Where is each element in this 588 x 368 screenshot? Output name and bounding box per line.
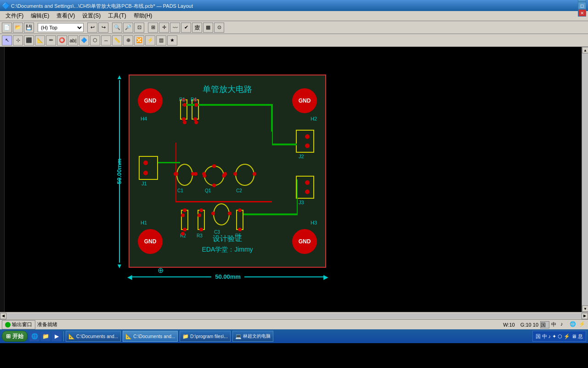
coord-display: W:10 G:10 10 [503, 322, 538, 328]
menu-file[interactable]: 文件(F) [2, 11, 27, 21]
save-button[interactable]: 💾 [24, 23, 34, 33]
c1-body [176, 164, 193, 186]
scroll-track-v[interactable] [582, 53, 588, 305]
menu-edit[interactable]: 编辑(E) [27, 11, 53, 21]
route-tool[interactable]: 📐 [35, 35, 45, 46]
output-window-button[interactable]: 输出窗口 [2, 320, 35, 329]
menu-tools[interactable]: 工具(T) [104, 11, 130, 21]
corner-label-h3: H3 [311, 220, 317, 225]
scroll-right-arrow[interactable]: ▶ [582, 313, 588, 319]
grid-button[interactable]: ⊞ [148, 23, 158, 33]
dim-line-v1 [119, 80, 120, 164]
node-r3-t [198, 213, 201, 217]
open-button[interactable]: 📂 [13, 23, 23, 33]
new-button[interactable]: 📄 [2, 23, 12, 33]
ruler-left [0, 47, 5, 312]
restore-button[interactable]: ◻ [578, 2, 586, 9]
folder-icon: 📁 [182, 334, 189, 339]
toolbar2: ↖ ⊹ ⬛ 📐 ✏ ⭕ ab| 🔷 ⬡ ↔ 📏 ⊕ 🔀 ⚡ ▥ ★ [0, 34, 588, 47]
r1-label: R1 [179, 97, 185, 102]
text-tool[interactable]: ab| [68, 35, 78, 46]
media-icon[interactable]: ▶ [51, 331, 62, 341]
j1-pad1 [143, 161, 148, 165]
dim-arrow-up: ▲ [116, 74, 123, 80]
connector-j3: J3 [296, 176, 314, 199]
c2-pad-l [233, 172, 237, 176]
zoom-in-button[interactable]: 🔍 [112, 23, 122, 33]
select-tool[interactable]: ↖ [2, 35, 12, 46]
c3-label: C3 [214, 230, 220, 235]
board-outline-tool[interactable]: ⬡ [90, 35, 100, 46]
ie-icon[interactable]: 🌐 [29, 331, 40, 341]
computer-icon: 💻 [235, 334, 242, 339]
scroll-up-arrow[interactable]: ▲ [582, 47, 588, 53]
j1-pad2 [143, 171, 148, 175]
dim-tool[interactable]: ↔ [101, 35, 111, 46]
start-button[interactable]: ⊞ 开始 [2, 331, 28, 342]
scroll-down-arrow[interactable]: ▼ [582, 305, 588, 312]
r3-pad-top [199, 208, 203, 212]
zoom-fit-button[interactable]: ⊡ [134, 23, 144, 33]
taskbar-item-mycomputer[interactable]: 💻 林超文的电脑 [232, 331, 273, 342]
net-button[interactable]: 🕸 [192, 23, 202, 33]
r4-body [192, 99, 199, 120]
r1-body [180, 99, 187, 120]
system-tray: 国 中 ♪ ✦ ⬡ ⚡ 🖥 息 [532, 331, 587, 342]
j2-pad2 [305, 144, 310, 148]
taskbar-item-pads1[interactable]: 📐 C:\Documents and... [66, 331, 121, 342]
origin-marker: ⊕ [158, 266, 164, 275]
redo-button[interactable]: ↪ [98, 23, 108, 33]
pcb-author: EDA学堂：Jimmy [202, 246, 253, 254]
drc-button[interactable]: ✔ [181, 23, 191, 33]
r4-label: R4 [191, 97, 197, 102]
r2-pad-top [183, 208, 187, 212]
trace-j3-v [297, 179, 298, 215]
taskbar-item-pads2[interactable]: 📐 C:\Documents and... [123, 331, 178, 342]
w-coord: W:10 [503, 322, 514, 328]
scroll-left-arrow[interactable]: ◀ [0, 313, 6, 319]
taskbar-item-folder[interactable]: 📁 D:\program files\... [180, 331, 231, 342]
pointer-tool[interactable]: ⊹ [13, 35, 23, 46]
copper-tool[interactable]: 🔷 [79, 35, 89, 46]
pour-button[interactable]: ▦ [203, 23, 213, 33]
undo-button[interactable]: ↩ [87, 23, 97, 33]
route-button[interactable]: 〰 [170, 23, 180, 33]
zoom-out-button[interactable]: 🔎 [123, 23, 133, 33]
trace-tool[interactable]: ✏ [46, 35, 56, 46]
network-icon: 🌐 [570, 321, 577, 328]
component-tool[interactable]: ⬛ [24, 35, 34, 46]
r5-label: R5 [235, 233, 241, 238]
fanout-tool[interactable]: 🔀 [134, 35, 144, 46]
highlight-tool[interactable]: ★ [167, 35, 177, 46]
r5-body [236, 210, 243, 230]
close-button[interactable]: ✕ [578, 9, 586, 17]
sound-icon: ♪ [560, 321, 568, 328]
measure-tool[interactable]: 📏 [112, 35, 122, 46]
drill-button[interactable]: ⊙ [214, 23, 224, 33]
place-tool[interactable]: ⊕ [123, 35, 133, 46]
pads1-icon: 📐 [68, 334, 75, 339]
scroll-track-h[interactable] [6, 313, 582, 319]
j1-label: J1 [141, 181, 147, 186]
tray-time: 息 [578, 333, 583, 340]
snap-button[interactable]: ✛ [159, 23, 169, 33]
via-tool[interactable]: ⭕ [57, 35, 67, 46]
menu-help[interactable]: 帮助(H) [130, 11, 156, 21]
autoroute-tool[interactable]: ⚡ [145, 35, 155, 46]
dim-arrow-right: ▶ [323, 274, 328, 280]
input-method-icon: 中 [551, 321, 559, 328]
pads1-label: C:\Documents and... [76, 334, 118, 339]
pcb-canvas[interactable]: ▲ 50.00mm ▼ ◀ 50.00mm ▶ 单管放大电路 设计验证 EDA学… [5, 47, 582, 312]
c3-pad-r [228, 212, 232, 215]
node-r2-b [181, 232, 185, 236]
dim-arrow-left: ◀ [127, 274, 132, 280]
explorer-icon[interactable]: 📁 [40, 331, 51, 341]
layer-select[interactable]: (H) Top (H) Bottom [38, 23, 84, 32]
status-text: 准备就绪 [37, 321, 501, 328]
c3-pad-l [211, 212, 215, 215]
menu-view[interactable]: 查看(V) [53, 11, 79, 21]
pour-manager[interactable]: ▥ [156, 35, 166, 46]
pcb-board: 单管放大电路 设计验证 EDA学堂：Jimmy GND GND GND GND … [129, 75, 326, 268]
gnd-pad-tr: GND [292, 88, 317, 113]
menu-settings[interactable]: 设置(S) [79, 11, 104, 21]
